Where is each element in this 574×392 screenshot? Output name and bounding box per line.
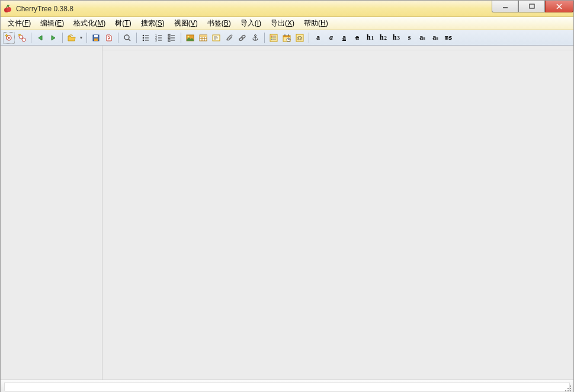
svg-point-6 [8,37,10,38]
svg-rect-31 [168,37,170,38]
find-button[interactable] [121,32,133,44]
svg-point-11 [19,34,21,36]
application-window: CherryTree 0.38.8 文件(F) 编辑(E) 格式化(M) 树(T… [0,0,574,392]
toolbar-separator [136,33,137,43]
insert-link-button[interactable] [236,32,248,44]
maximize-button[interactable] [518,1,545,12]
svg-point-2 [7,5,9,6]
toolbar-separator [86,33,87,43]
svg-rect-33 [168,40,170,41]
menubar: 文件(F) 编辑(E) 格式化(M) 树(T) 搜索(S) 视图(V) 书签(B… [1,17,573,30]
titlebar: CherryTree 0.38.8 [1,1,573,17]
h3-button[interactable]: h3 [390,32,402,44]
window-controls [492,1,573,12]
small-button[interactable]: s [403,32,415,44]
svg-point-55 [271,37,272,38]
svg-text:Ω: Ω [297,35,302,41]
new-subnode-button[interactable] [16,32,28,44]
strikethrough-button[interactable]: a [351,32,363,44]
italic-button[interactable]: a [325,32,337,44]
editor-header [102,46,573,50]
insert-anchor-button[interactable] [249,32,261,44]
menu-tree[interactable]: 树(T) [110,17,136,30]
toolbar-separator [62,33,63,43]
toolbar-separator [31,33,31,43]
superscript-button[interactable]: as [416,32,428,44]
special-char-button[interactable]: Ω [294,32,306,44]
timestamp-button[interactable] [281,32,293,44]
toolbar: ▼ 123 [1,30,573,46]
svg-point-19 [143,37,145,38]
subscript-button[interactable]: as [429,32,441,44]
svg-line-16 [129,39,130,41]
menu-format[interactable]: 格式化(M) [69,17,110,30]
editor-area [102,46,573,380]
bold-button[interactable]: a [312,32,324,44]
menu-export[interactable]: 导出(X) [266,17,299,30]
minimize-button[interactable] [492,1,518,12]
resize-grip[interactable] [564,384,571,391]
svg-rect-60 [283,36,290,37]
new-node-button[interactable] [3,32,15,44]
insert-codebox-button[interactable] [210,32,222,44]
back-button[interactable] [34,32,46,44]
export-pdf-button[interactable] [103,32,115,44]
list-bulleted-button[interactable] [140,32,152,44]
h1-button[interactable]: h1 [364,32,376,44]
svg-point-53 [271,36,272,37]
monospace-button[interactable]: ms [442,32,454,44]
svg-point-48 [241,34,245,38]
h2-button[interactable]: h2 [377,32,389,44]
content-area [1,46,573,380]
svg-rect-14 [94,38,98,41]
svg-point-1 [7,7,11,12]
open-dropdown[interactable]: ▼ [79,36,84,40]
svg-point-17 [143,34,145,36]
svg-point-15 [124,35,129,40]
menu-view[interactable]: 视图(V) [169,17,203,30]
menu-file[interactable]: 文件(F) [3,17,36,30]
insert-toc-button[interactable] [268,32,280,44]
svg-rect-13 [94,35,98,37]
svg-point-21 [143,39,145,41]
tree-panel[interactable] [1,46,102,380]
insert-table-button[interactable] [197,32,209,44]
list-numbered-button[interactable]: 123 [153,32,165,44]
insert-image-button[interactable] [184,32,196,44]
svg-rect-4 [530,4,534,8]
insert-file-button[interactable] [223,32,235,44]
save-button[interactable] [90,32,102,44]
statusbar [1,380,573,392]
toolbar-separator [264,33,265,43]
forward-button[interactable] [47,32,59,44]
svg-point-7 [6,34,8,36]
list-todo-button[interactable] [166,32,178,44]
window-title: CherryTree 0.38.8 [16,5,73,13]
svg-rect-42 [200,35,207,37]
toolbar-separator [118,33,118,43]
svg-text:3: 3 [155,38,157,42]
menu-bookmark[interactable]: 书签(B) [203,17,236,30]
open-button[interactable] [66,32,78,44]
underline-button[interactable]: a [338,32,350,44]
toolbar-separator [309,33,309,43]
status-text-area [4,382,570,391]
svg-line-10 [22,38,23,38]
svg-rect-29 [168,34,170,36]
editor-body[interactable] [102,50,573,380]
menu-import[interactable]: 导入(I) [236,17,266,30]
svg-point-57 [271,39,272,40]
close-button[interactable] [545,1,573,12]
menu-help[interactable]: 帮助(H) [299,17,333,30]
app-icon [3,4,12,14]
menu-search[interactable]: 搜索(S) [136,17,169,30]
toolbar-separator [181,33,181,43]
menu-edit[interactable]: 编辑(E) [36,17,69,30]
